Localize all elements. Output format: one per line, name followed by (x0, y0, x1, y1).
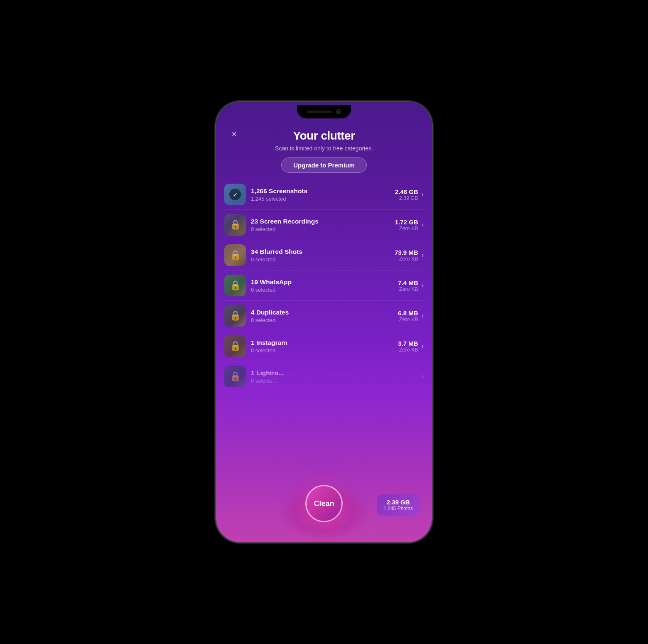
item-title: 19 WhatsApp (251, 278, 393, 286)
item-sub: 0 selected (251, 317, 393, 323)
item-title: 34 Blurred Shots (251, 248, 390, 256)
chevron-right-icon: › (422, 221, 424, 229)
camera (336, 109, 341, 114)
item-title: 1 Instagram (251, 339, 393, 347)
item-info-instagram: 1 Instagram 0 selected (246, 339, 398, 354)
clean-button[interactable]: Clean (305, 485, 343, 522)
bottom-action-area: Clean 2.39 GB 1,245 Photos (216, 488, 432, 534)
chevron-right-icon: › (422, 373, 424, 380)
item-title: 1 Lightro... (251, 369, 413, 377)
item-thumbnail-duplicates: 🔒 (224, 305, 246, 327)
list-item[interactable]: ✓ 1,266 Screenshots 1,245 selected 2.46 … (216, 179, 432, 209)
clutter-list: ✓ 1,266 Screenshots 1,245 selected 2.46 … (216, 176, 432, 488)
list-item[interactable]: 🔒 34 Blurred Shots 0 selected 73.9 MB Ze… (216, 240, 432, 270)
item-sub: 1,245 selected (251, 196, 390, 202)
phone-screen: × Your clutter Scan is limited only to f… (216, 102, 432, 542)
notch-area (216, 102, 432, 123)
item-thumbnail-screen-recordings: 🔒 (224, 214, 246, 236)
lock-icon: 🔒 (230, 310, 241, 321)
chevron-right-icon: › (422, 282, 424, 289)
list-item[interactable]: 🔒 4 Duplicates 0 selected 6.8 MB Zero KB… (216, 301, 432, 331)
item-thumbnail-whatsapp: 🔒 (224, 275, 246, 296)
item-title: 1,266 Screenshots (251, 187, 390, 195)
chevron-right-icon: › (422, 251, 424, 259)
list-item[interactable]: 🔒 19 WhatsApp 0 selected 7.4 MB Zero KB … (216, 270, 432, 300)
item-sub: 0 selected (251, 347, 393, 354)
check-icon: ✓ (229, 189, 241, 200)
item-info-screenshots: 1,266 Screenshots 1,245 selected (246, 187, 395, 202)
item-title: 23 Screen Recordings (251, 218, 390, 225)
item-thumbnail-lightroom: 🔒 (224, 366, 246, 387)
phone-frame: × Your clutter Scan is limited only to f… (216, 102, 432, 542)
item-thumbnail-instagram: 🔒 (224, 335, 246, 357)
chevron-right-icon: › (422, 312, 424, 320)
item-sub: 0 selected (251, 226, 390, 232)
item-size-duplicates: 6.8 MB Zero KB (398, 310, 418, 322)
item-sub: 0 selected (251, 287, 393, 293)
item-size-blurred-shots: 73.9 MB Zero KB (395, 249, 418, 262)
size-badge[interactable]: 2.39 GB 1,245 Photos (377, 494, 420, 516)
item-size-screen-recordings: 1.72 GB Zero KB (395, 219, 418, 231)
item-thumbnail-blurred-shots: 🔒 (224, 244, 246, 266)
lock-icon: 🔒 (230, 341, 241, 351)
item-sub: 0 selecte... (251, 378, 413, 384)
badge-count: 1,245 Photos (383, 506, 413, 511)
item-sub: 0 selected (251, 256, 390, 263)
page-title: Your clutter (226, 129, 422, 143)
item-info-blurred-shots: 34 Blurred Shots 0 selected (246, 248, 395, 263)
chevron-right-icon: › (422, 342, 424, 350)
chevron-right-icon: › (422, 191, 424, 198)
badge-size: 2.39 GB (383, 499, 413, 506)
item-thumbnail-screenshots: ✓ (224, 184, 246, 205)
clean-button-wrap: Clean (305, 485, 343, 522)
item-size-instagram: 3.7 MB Zero KB (398, 340, 418, 353)
header: Your clutter Scan is limited only to fre… (216, 123, 432, 176)
speaker (307, 111, 332, 113)
item-size-whatsapp: 7.4 MB Zero KB (398, 279, 418, 292)
item-title: 4 Duplicates (251, 309, 393, 316)
item-size-screenshots: 2.46 GB 2.39 GB (395, 188, 418, 201)
list-item[interactable]: 🔒 1 Lightro... 0 selecte... › (216, 361, 432, 391)
item-info-whatsapp: 19 WhatsApp 0 selected (246, 278, 398, 293)
lock-icon: 🔒 (230, 219, 241, 230)
item-info-screen-recordings: 23 Screen Recordings 0 selected (246, 218, 395, 232)
lock-icon: 🔒 (230, 280, 241, 291)
upgrade-button[interactable]: Upgrade to Premium (281, 157, 367, 173)
close-button[interactable]: × (228, 128, 241, 141)
screen-content: Your clutter Scan is limited only to fre… (216, 123, 432, 542)
notch (297, 105, 351, 118)
list-item[interactable]: 🔒 23 Screen Recordings 0 selected 1.72 G… (216, 210, 432, 240)
lock-icon: 🔒 (230, 371, 241, 382)
header-subtitle: Scan is limited only to free categories. (226, 145, 422, 152)
list-item[interactable]: 🔒 1 Instagram 0 selected 3.7 MB Zero KB … (216, 331, 432, 361)
item-info-duplicates: 4 Duplicates 0 selected (246, 309, 398, 323)
lock-icon: 🔒 (230, 250, 241, 261)
item-info-lightroom: 1 Lightro... 0 selecte... (246, 369, 418, 384)
